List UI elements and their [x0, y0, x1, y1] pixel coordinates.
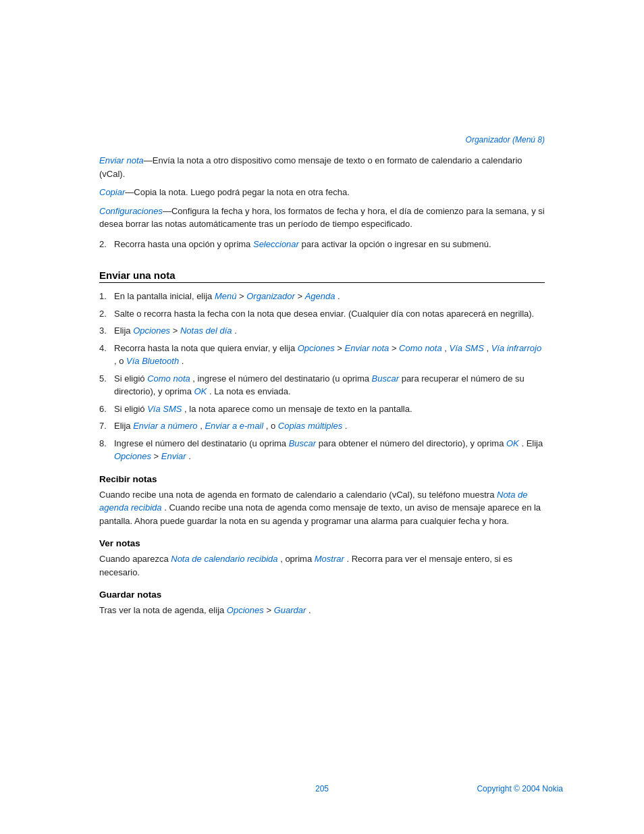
guardar-link[interactable]: Guardar — [274, 605, 306, 615]
via-sms-link-4[interactable]: Vía SMS — [450, 343, 484, 353]
intro-block: Enviar nota—Envía la nota a otro disposi… — [99, 154, 545, 231]
enviar-item-8: 8. Ingrese el número del destinatario (u… — [99, 437, 545, 463]
ok-link-8[interactable]: OK — [506, 438, 519, 448]
intro-numbered-item: 2. Recorra hasta una opción y oprima Sel… — [99, 238, 545, 251]
menu-link[interactable]: Menú — [215, 291, 237, 301]
copias-multiples-link[interactable]: Copias múltiples — [278, 421, 342, 431]
enviar-numero-link[interactable]: Enviar a número — [133, 421, 197, 431]
intro-item-1-text: —Envía la nota a otro dispositivo como m… — [99, 155, 522, 179]
enviar-item-6: 6. Si eligió Vía SMS , la nota aparece c… — [99, 402, 545, 416]
item-num-2: 2. — [99, 238, 114, 251]
configuraciones-link[interactable]: Configuraciones — [99, 206, 163, 216]
enviar-item-4: 4. Recorra hasta la nota que quiera envi… — [99, 342, 545, 368]
enviar-item-5: 5. Si eligió Como nota , ingrese el núme… — [99, 372, 545, 398]
recibir-text: Cuando recibe una nota de agenda en form… — [99, 488, 545, 528]
enviar-item-2: 2. Salte o recorra hasta la fecha con la… — [99, 307, 545, 321]
content-area: Organizador (Menú 8) Enviar nota—Envía l… — [18, 0, 626, 677]
via-infrarrojo-link-4[interactable]: Vía infrarrojo — [491, 343, 541, 353]
enviar-item-7: 7. Elija Enviar a número , Enviar a e-ma… — [99, 419, 545, 433]
mostrar-link[interactable]: Mostrar — [315, 554, 344, 564]
organizador-link[interactable]: Organizador — [246, 291, 295, 301]
enviar-list: 1. En la pantalla inicial, elija Menú > … — [99, 290, 545, 463]
section-enviar-heading: Enviar una nota — [99, 269, 545, 283]
seleccionar-link[interactable]: Seleccionar — [253, 239, 302, 249]
page: Organizador (Menú 8) Enviar nota—Envía l… — [0, 0, 644, 834]
intro-item-1: Enviar nota—Envía la nota a otro disposi… — [99, 154, 545, 180]
guardar-text: Tras ver la nota de agenda, elija Opcion… — [99, 604, 545, 617]
intro-item-3: Configuraciones—Configura la fecha y hor… — [99, 205, 545, 231]
enviar-nota-link-4[interactable]: Enviar nota — [344, 343, 389, 353]
notas-dia-link[interactable]: Notas del día — [180, 325, 232, 336]
buscar-link-8[interactable]: Buscar — [289, 438, 316, 448]
nota-calendario-link[interactable]: Nota de calendario recibida — [171, 554, 277, 564]
agenda-link[interactable]: Agenda — [305, 291, 336, 301]
item-content-2: Recorra hasta una opción y oprima Selecc… — [114, 238, 545, 251]
opciones-link-3[interactable]: Opciones — [133, 325, 170, 336]
enviar-email-link[interactable]: Enviar a e-mail — [205, 421, 263, 431]
enviar-link-8[interactable]: Enviar — [161, 451, 186, 461]
como-nota-link-5[interactable]: Como nota — [147, 373, 190, 384]
intro-item-2-text: —Copia la nota. Luego podrá pegar la not… — [125, 187, 349, 197]
buscar-link-5[interactable]: Buscar — [372, 373, 399, 384]
footer-copyright: Copyright © 2004 Nokia — [477, 784, 563, 793]
header-text: Organizador (Menú 8) — [466, 135, 545, 145]
opciones-guardar-link[interactable]: Opciones — [227, 605, 264, 615]
opciones-link-4[interactable]: Opciones — [298, 343, 335, 353]
section-recibir-heading: Recibir notas — [99, 474, 545, 484]
intro-item-2: Copiar—Copia la nota. Luego podrá pegar … — [99, 186, 545, 199]
enviar-item-3: 3. Elija Opciones > Notas del día . — [99, 324, 545, 338]
enviar-item-1: 1. En la pantalla inicial, elija Menú > … — [99, 290, 545, 303]
opciones-link-8[interactable]: Opciones — [114, 451, 151, 461]
section-ver-heading: Ver notas — [99, 538, 545, 548]
intro-item-3-text: —Configura la fecha y hora, los formatos… — [99, 206, 545, 230]
section-guardar-heading: Guardar notas — [99, 590, 545, 600]
enviar-nota-link[interactable]: Enviar nota — [99, 155, 144, 165]
ver-text: Cuando aparezca Nota de calendario recib… — [99, 552, 545, 579]
copiar-link[interactable]: Copiar — [99, 187, 125, 197]
ok-link-5[interactable]: OK — [194, 386, 207, 396]
via-bluetooth-link-4[interactable]: Vía Bluetooth — [126, 356, 179, 366]
page-footer: 205 Copyright © 2004 Nokia — [0, 784, 644, 793]
como-nota-link-4[interactable]: Como nota — [399, 343, 442, 353]
via-sms-link-6[interactable]: Vía SMS — [147, 404, 182, 414]
page-header: Organizador (Menú 8) — [99, 135, 545, 145]
